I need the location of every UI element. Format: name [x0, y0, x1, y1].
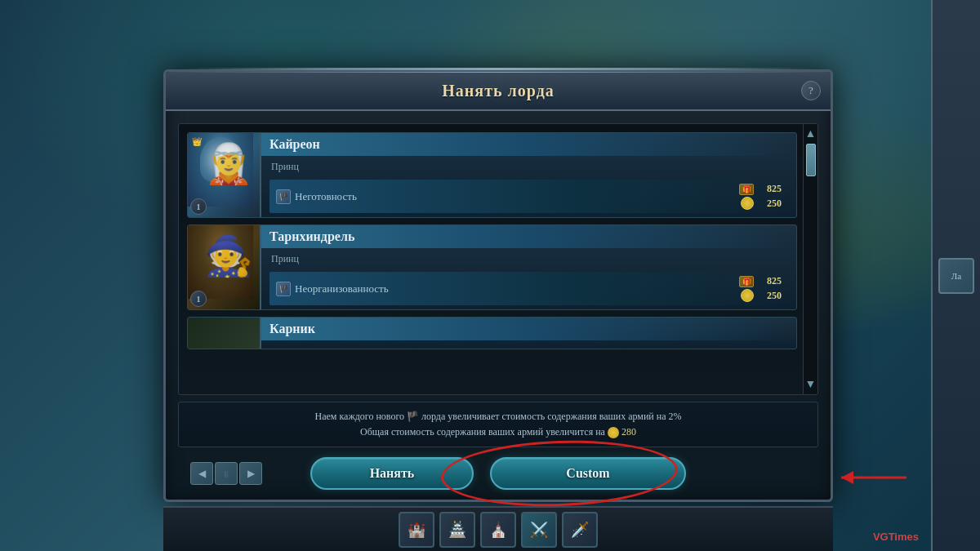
cost-chest-value-kaireon: 825 [757, 183, 782, 195]
coin-icon-tarnhindrel [741, 289, 754, 302]
cost-coin-value-kaireon: 250 [757, 198, 782, 210]
scroll-thumb[interactable] [806, 144, 816, 176]
cost-item-chest-kaireon: 🎁 825 [739, 183, 782, 195]
info-section: Наем каждого нового 🏴 лорда увеличивает … [178, 402, 818, 447]
trait-icon-kaireon: 🏴 [276, 189, 291, 204]
lord-name-row-karnik: Карник [261, 318, 796, 340]
lord-list: 1 Кайреон Принц 🏴 Неготовность [178, 123, 818, 395]
lord-trait-tarnhindrel: 🏴 Неорганизованность [276, 282, 389, 296]
right-panel-item[interactable]: Ла [938, 258, 974, 294]
chest-icon-kaireon: 🎁 [739, 184, 754, 195]
scrollbar[interactable]: ▲ ▼ [803, 124, 817, 394]
lord-level-tarnhindrel: 1 [190, 291, 207, 307]
cost-coin-value-tarnhindrel: 250 [757, 290, 782, 302]
dialog-content: 1 Кайреон Принц 🏴 Неготовность [166, 111, 831, 500]
cost-item-chest-tarnhindrel: 🎁 825 [739, 275, 782, 287]
coin-icon-kaireon [741, 197, 754, 210]
toolbar-btn-0[interactable]: 🏰 [399, 512, 434, 548]
hire-lord-dialog: Нанять лорда ? 1 Кайреон Принц [163, 69, 833, 502]
cost-chest-value-tarnhindrel: 825 [757, 275, 782, 287]
lord-trait-row-kaireon: 🏴 Неготовность 🎁 825 250 [270, 180, 788, 213]
lord-title-kaireon: Принц [270, 161, 788, 173]
dialog-title-bar: Нанять лорда ? [166, 72, 831, 111]
toolbar-btn-1[interactable]: 🏯 [439, 512, 475, 548]
info-cost-value: 280 [621, 426, 636, 438]
lord-item-tarnhindrel[interactable]: 1 Тарнхиндрель Принц 🏴 Неорганизованност… [187, 224, 797, 310]
dialog-title: Нанять лорда [442, 82, 555, 100]
scroll-up-arrow[interactable]: ▲ [804, 124, 817, 144]
trait-name-kaireon: Неготовность [295, 190, 357, 203]
cost-item-coin-tarnhindrel: 250 [741, 289, 782, 302]
nav-next-button[interactable]: ▶ [239, 462, 262, 485]
lord-name-karnik: Карник [270, 322, 788, 336]
nav-arrows: ◀ ||| ▶ [190, 462, 262, 485]
lord-cost-kaireon: 🎁 825 250 [739, 183, 782, 210]
lord-info-karnik: Карник [261, 318, 796, 349]
lord-title-tarnhindrel: Принц [270, 253, 788, 265]
lord-info-tarnhindrel: Тарнхиндрель Принц 🏴 Неорганизованность … [261, 225, 796, 309]
lord-name-row-kaireon: Кайреон [261, 133, 796, 156]
help-button[interactable]: ? [801, 81, 821, 100]
toolbar-btn-3[interactable]: ⚔️ [521, 512, 557, 548]
lord-name-row-tarnhindrel: Тарнхиндрель [261, 225, 796, 248]
info-line1: Наем каждого нового 🏴 лорда увеличивает … [191, 409, 805, 424]
lord-info-kaireon: Кайреон Принц 🏴 Неготовность 🎁 [261, 133, 796, 217]
lord-items-container: 1 Кайреон Принц 🏴 Неготовность [179, 124, 817, 358]
info-line2: Общая стоимость содержания ваших армий у… [191, 424, 805, 440]
hire-button[interactable]: Нанять [310, 457, 474, 490]
chest-icon-tarnhindrel: 🎁 [739, 276, 754, 287]
lord-name-kaireon: Кайреон [270, 137, 788, 152]
nav-divider: ||| [215, 462, 238, 485]
lord-portrait-kaireon: 1 [188, 133, 261, 217]
bottom-toolbar: 🏰 🏯 ⛪ ⚔️ 🗡️ [163, 506, 833, 551]
toolbar-btn-2[interactable]: ⛪ [480, 512, 516, 548]
char-art-tarnhindrel [188, 225, 253, 299]
lord-trait-row-tarnhindrel: 🏴 Неорганизованность 🎁 825 2 [270, 272, 788, 305]
lord-trait-kaireon: 🏴 Неготовность [276, 189, 357, 204]
lord-item-kaireon[interactable]: 1 Кайреон Принц 🏴 Неготовность [187, 132, 797, 218]
lord-portrait-karnik [188, 318, 261, 349]
lord-item-karnik[interactable]: Карник [187, 317, 797, 349]
cost-item-coin-kaireon: 250 [741, 197, 782, 210]
lord-cost-tarnhindrel: 🎁 825 250 [739, 275, 782, 302]
trait-icon-tarnhindrel: 🏴 [276, 282, 291, 296]
trait-name-tarnhindrel: Неорганизованность [295, 282, 389, 295]
scroll-track [804, 144, 817, 375]
custom-button[interactable]: Custom [490, 457, 686, 490]
right-side-panel: Ла [931, 0, 980, 551]
lord-portrait-tarnhindrel: 1 [188, 225, 261, 309]
watermark: VGTimes [873, 531, 919, 543]
inline-coin-icon [608, 427, 619, 438]
scroll-down-arrow[interactable]: ▼ [804, 375, 817, 394]
dialog-footer: ◀ ||| ▶ Нанять Custom [178, 447, 818, 500]
toolbar-btn-4[interactable]: 🗡️ [562, 512, 598, 548]
nav-prev-button[interactable]: ◀ [190, 462, 213, 485]
lord-level-kaireon: 1 [190, 198, 207, 215]
char-art-kaireon [188, 133, 253, 207]
lord-name-tarnhindrel: Тарнхиндрель [270, 229, 788, 244]
